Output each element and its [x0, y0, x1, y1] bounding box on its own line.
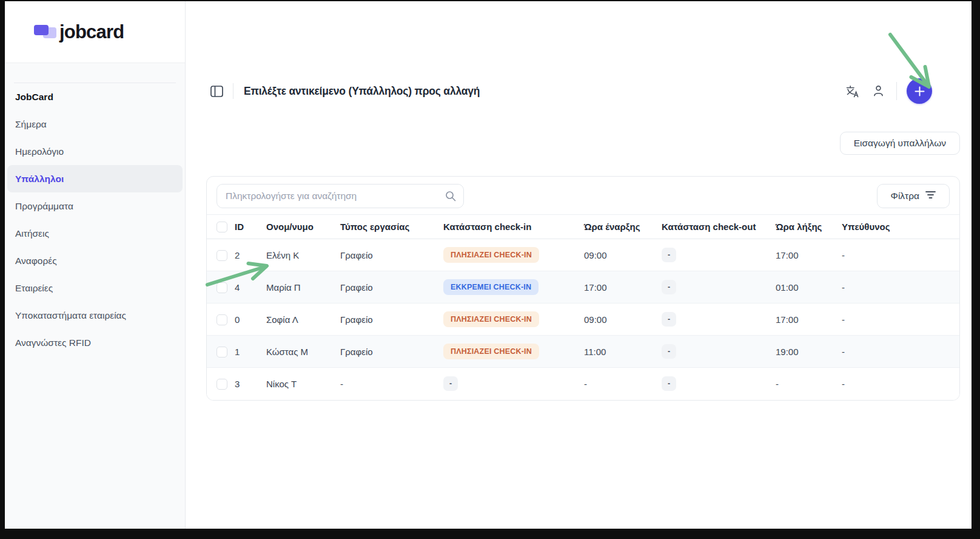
table-row[interactable]: 4Μαρία ΠΓραφείοΕΚΚΡΕΜΕΙ CHECK-IN17:00-01…	[207, 271, 959, 303]
checkin-status-badge: -	[443, 376, 458, 391]
cell-name: Μαρία Π	[266, 271, 340, 303]
checkin-status-badge: ΠΛΗΣΙΑΖΕΙ CHECK-IN	[443, 344, 539, 359]
row-checkbox[interactable]	[216, 250, 227, 261]
sidebar-item-4[interactable]: Αιτήσεις	[7, 220, 183, 247]
cell-name: Κώστας Μ	[266, 336, 340, 368]
column-header-manager: Υπεύθυνος	[842, 215, 959, 239]
table-row[interactable]: 1Κώστας ΜΓραφείοΠΛΗΣΙΑΖΕΙ CHECK-IN11:00-…	[207, 336, 959, 368]
table-row[interactable]: 3Νίκος Τ------	[207, 368, 959, 400]
checkout-status-badge: -	[662, 344, 676, 359]
sidebar-item-3[interactable]: Προγράμματα	[7, 192, 183, 220]
sidebar-item-label: Ημερολόγιο	[15, 146, 64, 157]
cell-checkout-status: -	[662, 271, 776, 303]
sidebar-item-label: Εταιρείες	[15, 283, 53, 294]
cell-manager: -	[842, 239, 959, 271]
select-all-checkbox[interactable]	[216, 222, 227, 232]
sidebar-item-label: Αναφορές	[15, 256, 57, 266]
cell-manager: -	[842, 271, 959, 303]
checkout-status-badge: -	[662, 280, 676, 294]
user-icon[interactable]	[870, 83, 887, 100]
cell-id: 1	[235, 336, 266, 368]
cell-checkin-status: ΠΛΗΣΙΑΖΕΙ CHECK-IN	[443, 303, 584, 336]
cell-manager: -	[842, 368, 959, 400]
sidebar-item-5[interactable]: Αναφορές	[7, 247, 183, 274]
cell-end-time: -	[776, 368, 842, 400]
cell-start-time: 09:00	[584, 239, 662, 271]
cell-work-type: Γραφείο	[340, 336, 443, 368]
checkout-status-badge: -	[662, 376, 676, 391]
cell-checkin-status: ΕΚΚΡΕΜΕΙ CHECK-IN	[443, 271, 584, 303]
checkout-status-badge: -	[662, 248, 676, 262]
column-header-start-time: Ώρα έναρξης	[584, 215, 662, 239]
sidebar-section-label: JobCard	[7, 83, 183, 110]
header-divider	[896, 82, 897, 100]
translate-icon[interactable]	[844, 83, 861, 100]
row-checkbox-cell	[207, 271, 235, 303]
cell-manager: -	[842, 303, 959, 336]
column-header-work-type: Τύπος εργασίας	[340, 215, 443, 239]
cell-id: 0	[235, 303, 266, 336]
cell-end-time: 17:00	[776, 303, 842, 336]
search-wrap	[216, 184, 464, 208]
sidebar: jobcard JobCard ΣήμεραΗμερολόγιοΥπάλληλο…	[5, 1, 186, 529]
sidebar-nav: JobCard ΣήμεραΗμερολόγιοΥπάλληλοιΠρογράμ…	[5, 63, 185, 356]
header-divider	[233, 83, 233, 99]
column-header-end-time: Ώρα λήξης	[776, 215, 842, 239]
sidebar-item-label: Υπάλληλοι	[15, 174, 64, 185]
import-row: Εισαγωγή υπαλλήλων	[186, 132, 972, 155]
sidebar-item-label: Σήμερα	[15, 119, 47, 130]
table-row[interactable]: 2Ελένη ΚΓραφείοΠΛΗΣΙΑΖΕΙ CHECK-IN09:00-1…	[207, 239, 959, 271]
main-content: Επιλέξτε αντικείμενο (Υπάλληλος) προς αλ…	[186, 1, 972, 529]
cell-start-time: 11:00	[584, 336, 662, 368]
cell-checkin-status: ΠΛΗΣΙΑΖΕΙ CHECK-IN	[443, 336, 584, 368]
cell-checkout-status: -	[662, 303, 776, 336]
column-header-name: Ονομ/νυμο	[266, 215, 340, 239]
search-icon	[445, 191, 456, 204]
sidebar-item-1[interactable]: Ημερολόγιο	[7, 138, 183, 165]
logo-text: jobcard	[59, 21, 124, 43]
app-window: jobcard JobCard ΣήμεραΗμερολόγιοΥπάλληλο…	[5, 1, 972, 529]
row-checkbox[interactable]	[216, 282, 227, 293]
checkin-status-badge: ΕΚΚΡΕΜΕΙ CHECK-IN	[443, 279, 539, 295]
add-button[interactable]	[907, 78, 932, 104]
import-employees-button[interactable]: Εισαγωγή υπαλλήλων	[840, 132, 960, 155]
card-toolbar: Φίλτρα	[207, 177, 959, 214]
cell-id: 4	[235, 271, 266, 303]
panel-left-icon[interactable]	[208, 83, 225, 100]
page-header: Επιλέξτε αντικείμενο (Υπάλληλος) προς αλ…	[186, 78, 972, 104]
cell-checkout-status: -	[662, 336, 776, 368]
cell-checkin-status: ΠΛΗΣΙΑΖΕΙ CHECK-IN	[443, 239, 584, 271]
filters-button[interactable]: Φίλτρα	[877, 184, 950, 208]
cell-manager: -	[842, 336, 959, 368]
row-checkbox[interactable]	[216, 379, 227, 390]
column-header-id: ID	[235, 215, 266, 239]
column-header-checkout-status: Κατάσταση check-out	[662, 215, 776, 239]
row-checkbox-cell	[207, 336, 235, 368]
employees-table: ID Ονομ/νυμο Τύπος εργασίας Κατάσταση ch…	[207, 214, 959, 400]
cell-work-type: Γραφείο	[340, 271, 443, 303]
sidebar-item-0[interactable]: Σήμερα	[7, 110, 183, 138]
logo[interactable]: jobcard	[5, 1, 185, 63]
cell-work-type: Γραφείο	[340, 239, 443, 271]
sidebar-item-7[interactable]: Υποκαταστήματα εταιρείας	[7, 302, 183, 329]
search-input[interactable]	[216, 184, 464, 208]
sidebar-item-8[interactable]: Αναγνώστες RFID	[7, 329, 183, 356]
table-header-row: ID Ονομ/νυμο Τύπος εργασίας Κατάσταση ch…	[207, 215, 959, 239]
row-checkbox[interactable]	[216, 347, 227, 358]
filters-button-label: Φίλτρα	[891, 191, 919, 202]
sidebar-item-label: Προγράμματα	[15, 201, 73, 212]
jobcard-logo-icon	[34, 24, 58, 40]
employees-card: Φίλτρα	[206, 176, 960, 401]
row-checkbox-cell	[207, 239, 235, 271]
row-checkbox[interactable]	[216, 314, 227, 325]
cell-name: Ελένη Κ	[266, 239, 340, 271]
cell-id: 2	[235, 239, 266, 271]
cell-start-time: 09:00	[584, 303, 662, 336]
table-row[interactable]: 0Σοφία ΛΓραφείοΠΛΗΣΙΑΖΕΙ CHECK-IN09:00-1…	[207, 303, 959, 336]
cell-name: Σοφία Λ	[266, 303, 340, 336]
row-checkbox-cell	[207, 303, 235, 336]
column-header-checkin-status: Κατάσταση check-in	[443, 215, 584, 239]
cell-checkout-status: -	[662, 368, 776, 400]
sidebar-item-2[interactable]: Υπάλληλοι	[7, 165, 183, 192]
sidebar-item-6[interactable]: Εταιρείες	[7, 274, 183, 302]
